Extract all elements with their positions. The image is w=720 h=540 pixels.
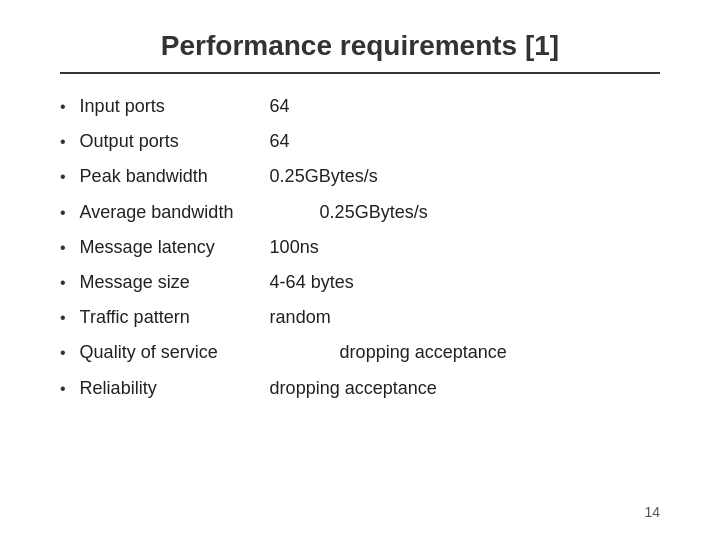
item-label: Message latency [80,235,270,260]
list-item: •Traffic patternrandom [60,305,660,330]
item-value: 100ns [270,235,319,260]
slide-title: Performance requirements [1] [60,30,660,62]
item-label: Message size [80,270,270,295]
item-value: 0.25GBytes/s [270,164,378,189]
slide: Performance requirements [1] •Input port… [0,0,720,540]
content-list: •Input ports64•Output ports64•Peak bandw… [60,94,660,494]
item-value: random [270,305,331,330]
bullet-icon: • [60,307,66,329]
item-value: 4-64 bytes [270,270,354,295]
list-item: •Quality of servicedropping acceptance [60,340,660,365]
item-label: Input ports [80,94,270,119]
item-label: Output ports [80,129,270,154]
bullet-icon: • [60,237,66,259]
item-value: dropping acceptance [270,376,437,401]
item-value: 0.25GBytes/s [320,200,428,225]
list-item: •Message size4-64 bytes [60,270,660,295]
bullet-icon: • [60,342,66,364]
item-label: Traffic pattern [80,305,270,330]
bullet-icon: • [60,378,66,400]
list-item: •Reliabilitydropping acceptance [60,376,660,401]
list-item: •Message latency100ns [60,235,660,260]
item-value: dropping acceptance [340,340,507,365]
bullet-icon: • [60,96,66,118]
list-item: •Input ports64 [60,94,660,119]
item-label: Average bandwidth [80,200,320,225]
list-item: •Peak bandwidth0.25GBytes/s [60,164,660,189]
bullet-icon: • [60,131,66,153]
title-section: Performance requirements [1] [60,30,660,74]
bullet-icon: • [60,166,66,188]
bullet-icon: • [60,202,66,224]
item-value: 64 [270,129,290,154]
item-value: 64 [270,94,290,119]
bullet-icon: • [60,272,66,294]
item-label: Peak bandwidth [80,164,270,189]
item-label: Reliability [80,376,270,401]
page-number: 14 [60,494,660,520]
list-item: •Average bandwidth0.25GBytes/s [60,200,660,225]
list-item: •Output ports64 [60,129,660,154]
item-label: Quality of service [80,340,340,365]
